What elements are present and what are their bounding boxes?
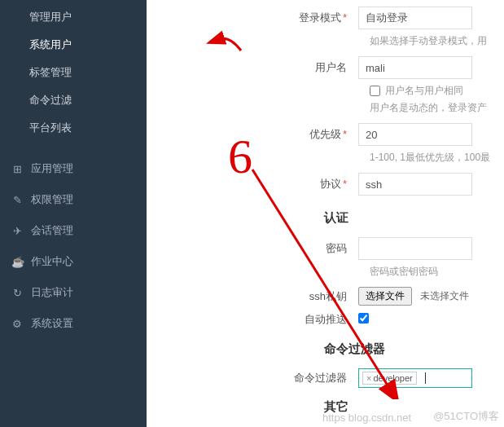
- priority-input[interactable]: [358, 123, 472, 146]
- refresh-icon: ↻: [11, 287, 23, 299]
- password-input[interactable]: [358, 237, 472, 260]
- username-label: 用户名: [147, 60, 358, 75]
- same-as-user-checkbox[interactable]: [370, 86, 380, 96]
- login-mode-select[interactable]: [358, 7, 472, 29]
- login-mode-label: 登录模式*: [147, 11, 358, 25]
- sidebar-item-perm-manage[interactable]: ✎ 权限管理: [0, 184, 147, 215]
- edit-icon: ✎: [11, 194, 23, 206]
- tag-text: developer: [373, 373, 412, 383]
- sidebar-sub-tag-manage[interactable]: 标签管理: [0, 59, 147, 86]
- grid-icon: ⊞: [11, 163, 23, 175]
- auto-push-label: 自动推送: [147, 312, 358, 327]
- sidebar-item-label: 日志审计: [31, 285, 73, 300]
- protocol-select[interactable]: [358, 173, 472, 196]
- login-mode-help: 如果选择手动登录模式，用: [370, 34, 504, 48]
- sidebar-item-log-audit[interactable]: ↻ 日志审计: [0, 277, 147, 308]
- cmd-filter-label: 命令过滤器: [147, 371, 358, 385]
- sidebar-sub-cmd-filter[interactable]: 命令过滤: [0, 86, 147, 114]
- file-status: 未选择文件: [420, 290, 469, 302]
- same-as-user-label: 用户名与用户相同: [385, 84, 463, 98]
- annotation-arrow-2-icon: [244, 163, 407, 399]
- sidebar-item-label: 权限管理: [31, 192, 73, 207]
- gear-icon: ⚙: [11, 318, 23, 330]
- cmd-filter-tag-input[interactable]: × developer: [358, 368, 472, 388]
- sidebar-sub-system-user[interactable]: 系统用户: [0, 31, 147, 59]
- filter-section-title: 命令过滤器: [324, 341, 504, 357]
- sidebar-item-label: 会话管理: [31, 223, 73, 238]
- form-panel: 登录模式* 如果选择手动登录模式，用 用户名 用户名与用户相同 用户名是动态的，…: [147, 0, 504, 427]
- filter-tag[interactable]: × developer: [362, 372, 417, 385]
- username-input[interactable]: [358, 56, 472, 79]
- sidebar-sub-manage-user[interactable]: 管理用户: [0, 3, 147, 31]
- password-help: 密码或密钥密码: [370, 265, 504, 279]
- auto-push-checkbox[interactable]: [358, 313, 369, 324]
- sidebar: 管理用户 系统用户 标签管理 命令过滤 平台列表 ⊞ 应用管理 ✎ 权限管理 ✈…: [0, 0, 147, 427]
- sidebar-item-job-center[interactable]: ☕ 作业中心: [0, 246, 147, 277]
- remove-tag-icon[interactable]: ×: [366, 373, 371, 383]
- priority-label: 优先级*: [147, 127, 358, 142]
- text-cursor: [425, 372, 426, 384]
- sidebar-item-label: 作业中心: [31, 254, 73, 269]
- other-section-title: 其它: [324, 399, 504, 415]
- sidebar-sub-platform-list[interactable]: 平台列表: [0, 114, 147, 142]
- plane-icon: ✈: [11, 225, 23, 237]
- sidebar-item-system-settings[interactable]: ⚙ 系统设置: [0, 308, 147, 339]
- sidebar-item-session-manage[interactable]: ✈ 会话管理: [0, 215, 147, 246]
- sidebar-item-label: 系统设置: [31, 316, 73, 331]
- coffee-icon: ☕: [11, 256, 23, 268]
- password-label: 密码: [147, 241, 358, 256]
- username-help: 用户名是动态的，登录资产: [370, 101, 504, 115]
- sidebar-item-app-manage[interactable]: ⊞ 应用管理: [0, 153, 147, 184]
- ssh-key-label: ssh私钥: [147, 289, 358, 304]
- priority-help: 1-100, 1最低优先级，100最: [370, 151, 504, 165]
- protocol-label: 协议*: [147, 177, 358, 191]
- sidebar-item-label: 应用管理: [31, 161, 73, 176]
- auth-section-title: 认证: [324, 210, 504, 226]
- choose-file-button[interactable]: 选择文件: [358, 287, 412, 306]
